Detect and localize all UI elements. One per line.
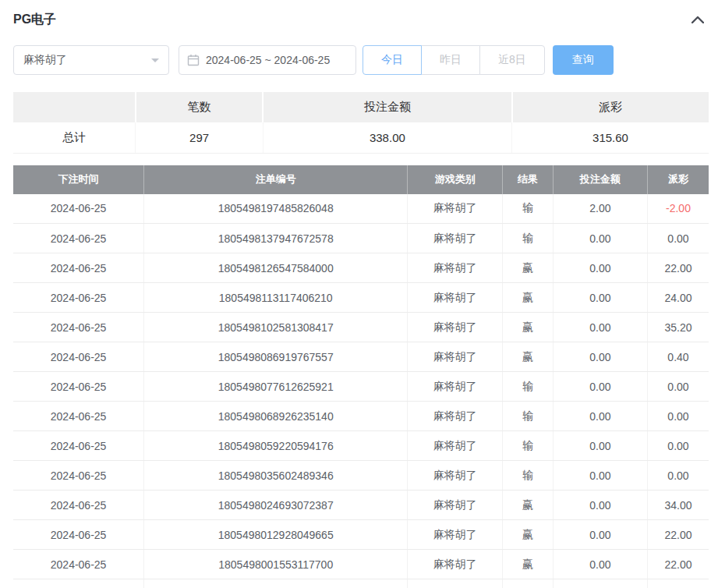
date-range-picker[interactable]: 2024-06-25 ~ 2024-06-25 — [179, 45, 356, 75]
pg-panel: PG电子 麻将胡了 2024-06-25 ~ 2024-06-25 今日 昨日 … — [13, 9, 709, 588]
bet-no-cell: 1805498059220594176 — [144, 431, 408, 461]
date-range-value: 2024-06-25 ~ 2024-06-25 — [206, 54, 330, 66]
bet-no-cell: 1805498077612625921 — [144, 372, 408, 402]
bet-records-table: 下注时间 注单编号 游戏类别 结果 投注金额 派彩 2024-06-251805… — [13, 165, 709, 588]
result-cell: 输 — [503, 372, 553, 402]
panel-title: PG电子 — [13, 12, 56, 28]
bet-amount-cell: 2.00 — [553, 194, 647, 224]
bet-no-cell: 1805498035602489346 — [144, 461, 408, 491]
bet-time-cell: 2024-06-25 — [13, 194, 144, 224]
collapse-button[interactable] — [691, 16, 709, 23]
result-cell: 赢 — [503, 491, 553, 520]
bet-amount-cell: 0.00 — [553, 313, 647, 342]
game-type-cell: 麻将胡了 — [408, 313, 503, 342]
summary-header-blank — [13, 92, 136, 122]
table-row: 2024-06-251805498197485826048麻将胡了输2.00-2… — [13, 194, 709, 224]
bet-time-cell: 2024-06-25 — [13, 491, 144, 520]
summary-count-value: 297 — [136, 122, 263, 153]
table-row: 2024-06-251805498012928049665麻将胡了赢0.0022… — [13, 520, 709, 550]
bet-time-cell: 2024-06-25 — [13, 461, 144, 491]
col-result: 结果 — [503, 165, 553, 194]
calendar-icon — [187, 54, 200, 66]
result-cell: 赢 — [503, 313, 553, 342]
table-row: 2024-06-251805498035602489346麻将胡了输0.000.… — [13, 461, 709, 491]
game-type-cell: 麻将胡了 — [408, 579, 503, 588]
bet-amount-cell: 0.00 — [553, 520, 647, 550]
bet-amount-cell: 0.00 — [553, 491, 647, 520]
bet-time-cell: 2024-06-25 — [13, 372, 144, 402]
result-cell: 输 — [503, 194, 553, 224]
last-8-days-button[interactable]: 近8日 — [479, 45, 545, 75]
yesterday-button[interactable]: 昨日 — [421, 45, 480, 75]
game-type-cell: 麻将胡了 — [408, 402, 503, 431]
bet-amount-cell: 0.00 — [553, 253, 647, 283]
bet-amount-cell: 0.00 — [553, 283, 647, 313]
bet-no-cell: 1805498001553117700 — [144, 550, 408, 579]
game-type-cell: 麻将胡了 — [408, 431, 503, 461]
game-select[interactable]: 麻将胡了 — [13, 45, 169, 75]
chevron-down-icon — [151, 58, 159, 66]
payout-cell: 24.00 — [647, 283, 709, 313]
game-type-cell: 麻将胡了 — [408, 194, 503, 224]
summary-header-bet-amount: 投注金额 — [263, 92, 511, 122]
bet-no-cell: 1805498197485826048 — [144, 194, 408, 224]
summary-bet-amount-value: 338.00 — [263, 122, 511, 153]
bet-no-cell: 1805498126547584000 — [144, 253, 408, 283]
panel-header: PG电子 — [13, 9, 709, 30]
table-row: 2024-06-251805498068926235140麻将胡了输0.000.… — [13, 402, 709, 431]
bet-time-cell: 2024-06-25 — [13, 224, 144, 253]
bet-no-cell: 1805498137947672578 — [144, 224, 408, 253]
bet-table-header-row: 下注时间 注单编号 游戏类别 结果 投注金额 派彩 — [13, 165, 709, 194]
bet-time-cell: 2024-06-25 — [13, 402, 144, 431]
today-button[interactable]: 今日 — [363, 45, 422, 75]
result-cell: 输 — [503, 431, 553, 461]
result-cell: 赢 — [503, 550, 553, 579]
summary-payout-value: 315.60 — [512, 122, 709, 153]
summary-header-row: 笔数 投注金额 派彩 — [13, 92, 709, 122]
chevron-up-icon — [691, 16, 704, 23]
bet-no-cell: 1805498113117406210 — [144, 283, 408, 313]
bet-time-cell: 2024-06-25 — [13, 520, 144, 550]
col-bet-time: 下注时间 — [13, 165, 144, 194]
payout-cell: 0.40 — [647, 342, 709, 372]
table-row: 2024-06-251805498113117406210麻将胡了赢0.0024… — [13, 283, 709, 313]
bet-table-body: 2024-06-251805498197485826048麻将胡了输2.00-2… — [13, 194, 709, 588]
result-cell: 赢 — [503, 283, 553, 313]
payout-cell: 22.00 — [647, 253, 709, 283]
payout-cell: 0.00 — [647, 224, 709, 253]
table-row: 2024-06-251805498126547584000麻将胡了赢0.0022… — [13, 253, 709, 283]
bet-amount-cell: 0.00 — [553, 402, 647, 431]
game-type-cell: 麻将胡了 — [408, 283, 503, 313]
result-cell: 输 — [503, 402, 553, 431]
bet-no-cell: 1805498102581308417 — [144, 313, 408, 342]
table-row: 2024-06-251805498077612625921麻将胡了输0.000.… — [13, 372, 709, 402]
search-button[interactable]: 查询 — [553, 45, 614, 75]
table-row: 2024-06-251805498024693072387麻将胡了赢0.0034… — [13, 491, 709, 520]
game-type-cell: 麻将胡了 — [408, 461, 503, 491]
col-game-type: 游戏类别 — [408, 165, 503, 194]
payout-cell: -2.00 — [647, 194, 709, 224]
summary-header-payout: 派彩 — [512, 92, 709, 122]
summary-table: 笔数 投注金额 派彩 总计 297 338.00 315.60 — [13, 92, 709, 154]
table-row: 2024-06-251805498059220594176麻将胡了输0.000.… — [13, 431, 709, 461]
game-type-cell: 麻将胡了 — [408, 520, 503, 550]
payout-cell: 22.00 — [647, 520, 709, 550]
bet-no-cell: 1805498024693072387 — [144, 491, 408, 520]
col-bet-amount: 投注金额 — [553, 165, 647, 194]
payout-cell: 0.00 — [647, 579, 709, 588]
game-type-cell: 麻将胡了 — [408, 372, 503, 402]
filter-bar: 麻将胡了 2024-06-25 ~ 2024-06-25 今日 昨日 近8日 查… — [13, 45, 709, 75]
payout-cell: 22.00 — [647, 550, 709, 579]
payout-cell: 35.20 — [647, 313, 709, 342]
game-select-value: 麻将胡了 — [23, 53, 67, 67]
table-row: 2024-06-251805498001553117700麻将胡了赢0.0022… — [13, 550, 709, 579]
bet-time-cell: 2024-06-25 — [13, 313, 144, 342]
table-row: 2024-06-251805497990181347841麻将胡了赢0.000.… — [13, 579, 709, 588]
result-cell: 赢 — [503, 520, 553, 550]
bet-amount-cell: 0.00 — [553, 579, 647, 588]
result-cell: 输 — [503, 224, 553, 253]
bet-time-cell: 2024-06-25 — [13, 579, 144, 588]
bet-time-cell: 2024-06-25 — [13, 283, 144, 313]
payout-cell: 0.00 — [647, 372, 709, 402]
table-row: 2024-06-251805498102581308417麻将胡了赢0.0035… — [13, 313, 709, 342]
